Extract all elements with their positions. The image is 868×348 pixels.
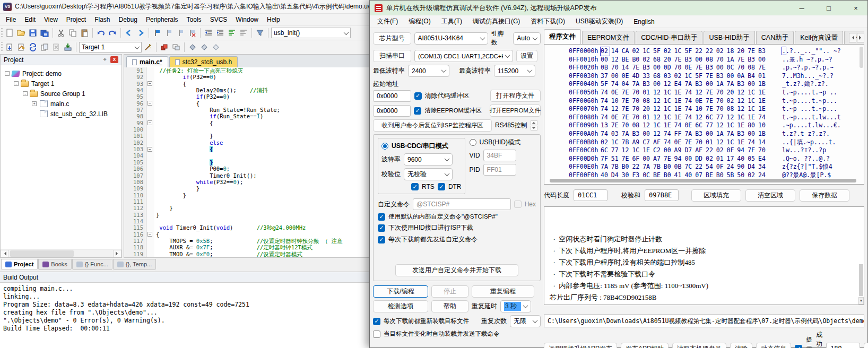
code-area[interactable]: 91 //任务2: 灯按一下点亮三秒熄灭92 if(P32==0)93− {94… — [124, 67, 369, 257]
pins-combo[interactable]: Auto — [513, 32, 541, 45]
scroll-down-icon[interactable]: ▼ — [858, 297, 864, 304]
clear-button[interactable]: 清除 — [730, 343, 752, 348]
stc-menu-item[interactable]: 文件(F) — [373, 16, 402, 27]
parity-combo[interactable]: 无校验 — [404, 168, 453, 180]
fold-margin[interactable]: − — [146, 146, 154, 152]
panel-tab-temp[interactable]: {}, Temp... — [113, 259, 156, 270]
symbol-filter-icon[interactable] — [255, 28, 265, 38]
menu-item-view[interactable]: View — [40, 15, 62, 24]
save-icon[interactable] — [28, 28, 38, 38]
translate-icon[interactable] — [4, 42, 15, 53]
stc-tab-5[interactable]: Keil仿真设置 — [795, 31, 843, 44]
fold-collapse-icon[interactable]: − — [147, 147, 152, 152]
port-settings-button[interactable]: 设置 — [516, 50, 537, 62]
menu-item-file[interactable]: File — [2, 15, 20, 24]
scroll-left-icon[interactable] — [1, 250, 9, 257]
fold-margin[interactable]: − — [146, 231, 154, 238]
symbol-combo[interactable]: usb_init() — [271, 28, 351, 38]
scrollbar-thumb[interactable] — [10, 250, 74, 257]
minimize-icon[interactable]: ─ — [790, 1, 813, 15]
download-icon[interactable] — [63, 42, 73, 53]
scroll-right-icon[interactable] — [113, 250, 121, 257]
download-button[interactable]: 下载/编程 — [373, 285, 428, 298]
rts-checkbox[interactable]: ✓ — [411, 183, 419, 190]
stop-button[interactable]: 停止 — [431, 285, 468, 298]
manage-components-icon[interactable] — [159, 42, 170, 53]
open-file-icon[interactable] — [16, 28, 27, 38]
check-options-button[interactable]: 检测选项 — [373, 300, 428, 312]
menu-item-flash[interactable]: Flash — [91, 15, 114, 24]
menu-item-debug[interactable]: Debug — [115, 15, 141, 24]
publish-app-help-button[interactable]: 发布APP帮助 — [621, 343, 669, 348]
bookmark-prev-icon[interactable] — [163, 28, 174, 38]
hid-mode-radio[interactable] — [470, 139, 476, 146]
autoload-checkbox[interactable] — [373, 330, 380, 338]
stc-tab-3[interactable]: USB-HID助手 — [704, 31, 754, 44]
rebuild-icon[interactable] — [28, 42, 38, 53]
undo-icon[interactable] — [96, 28, 106, 38]
clear-code-checkbox[interactable]: ✓ — [414, 92, 422, 100]
clear-region-button[interactable]: 清空区域 — [745, 189, 795, 202]
stc-menu-item[interactable]: 工具(T) — [437, 16, 466, 27]
stc-menu-item[interactable]: 调试仿真接口(G) — [468, 16, 524, 27]
paste-icon[interactable] — [79, 28, 90, 38]
min-baud-combo[interactable]: 2400 — [408, 65, 449, 77]
nav-forward-icon[interactable] — [135, 28, 146, 38]
message-log[interactable]: · 空闲状态时看门狗定时器停止计数 · 下次下载用户程序时,将用户EEPROM区… — [544, 206, 864, 305]
tabs-scroll-right-icon[interactable] — [857, 33, 864, 42]
stc-menu-item[interactable]: 资料下载(D) — [526, 16, 569, 27]
tree-item-project-demo[interactable]: -Project: demo — [1, 68, 121, 79]
target-file-path[interactable]: C:\Users\guoxin\Downloads\Ai8051U视频教程第七集… — [544, 315, 864, 327]
batch-build-icon[interactable] — [39, 42, 50, 53]
stc-tab-2[interactable]: CDC/HID-串口助手 — [636, 31, 702, 44]
reset-to-isp-button[interactable]: 收到用户命令后复位到ISP监控程序区 — [373, 119, 492, 132]
hid-next-checkbox[interactable]: ✓ — [378, 224, 385, 232]
max-baud-combo[interactable]: 115200 — [494, 65, 535, 77]
scrollbar-thumb[interactable] — [859, 264, 863, 296]
fold-collapse-icon[interactable]: − — [147, 120, 152, 125]
port-combo[interactable]: (COM13) CDC1-UART1,2CDC+HID — [414, 50, 513, 62]
fold-margin[interactable]: − — [146, 100, 154, 107]
close-icon[interactable]: × — [844, 1, 867, 15]
build-output[interactable]: compiling main.c...linking...Program Siz… — [0, 283, 370, 348]
redo-icon[interactable] — [107, 28, 118, 38]
menu-item-help[interactable]: Help — [263, 15, 284, 24]
save-all-icon[interactable] — [39, 28, 50, 38]
close-icon[interactable]: x — [110, 56, 118, 63]
expander-icon[interactable]: - — [5, 71, 10, 76]
windows-icon[interactable] — [171, 42, 181, 53]
fold-collapse-icon[interactable]: − — [147, 232, 152, 237]
pin-icon[interactable]: ⌖ — [101, 56, 108, 63]
save-data-button[interactable]: 保存数据 — [800, 189, 849, 202]
nav-back-icon[interactable] — [124, 28, 134, 38]
menu-item-window[interactable]: Window — [232, 15, 262, 24]
stc-tab-4[interactable]: CAN助手 — [756, 31, 794, 44]
kill-breakpoints-icon[interactable] — [211, 42, 221, 53]
menu-item-project[interactable]: Project — [63, 15, 90, 24]
send-custom-download-button[interactable]: 发送用户自定义命令并开始下载 — [395, 264, 518, 276]
fold-margin[interactable]: − — [146, 81, 154, 87]
tree-item-stc-usb-cdc-32-lib[interactable]: stc_usb_cdc_32.LIB — [1, 109, 121, 119]
unindent-icon[interactable] — [203, 28, 214, 38]
default-cmd-checkbox[interactable]: ✓ — [378, 213, 385, 221]
vid-input[interactable]: 34BF — [483, 150, 516, 161]
stop-build-icon[interactable] — [51, 42, 62, 53]
hex-checkbox[interactable] — [514, 201, 522, 208]
repeat-count-combo[interactable]: 无限 — [510, 315, 541, 327]
hex-viewer[interactable]: 0FF0000h0214CA021C5F021C5F22220218207EB3… — [544, 44, 864, 185]
keil-titlebar[interactable]: V5 C:\Users\guoxin\Desktop\学习程序\AI8051U教… — [0, 0, 370, 14]
menu-item-edit[interactable]: Edit — [21, 15, 39, 24]
remote-upgrade-app-button[interactable]: 远程现场升级APP发布 — [544, 343, 617, 348]
fill-region-button[interactable]: 区域填充 — [691, 189, 741, 202]
scrollbar-thumb[interactable] — [550, 179, 856, 182]
debug-diamond-icon[interactable] — [187, 42, 198, 53]
stc-titlebar[interactable]: 单片机在线升级编程仿真调试平台软件 (V6.94Z), 远程现场升级APP发布 … — [370, 1, 867, 15]
beep-checkbox[interactable]: ✓ — [795, 345, 802, 348]
panel-tab-func[interactable]: {} Func... — [72, 259, 112, 270]
menu-item-svcs[interactable]: SVCS — [206, 15, 231, 24]
reset-count-button[interactable]: 清零 — [864, 343, 868, 348]
expander-icon[interactable]: - — [14, 81, 19, 86]
tab-main-c[interactable]: main.c* — [126, 56, 168, 67]
rs485-spinner[interactable] — [531, 120, 537, 130]
open-program-button[interactable]: 打开程序文件 — [490, 90, 541, 102]
